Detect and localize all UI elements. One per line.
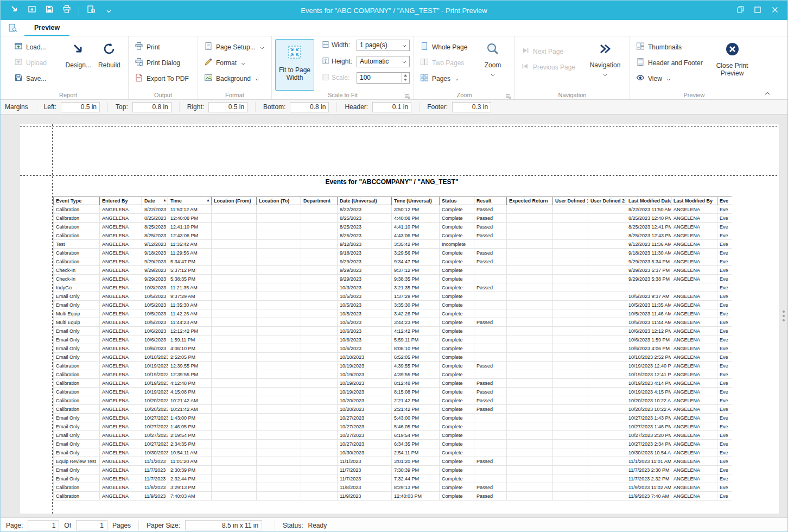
preview-file-icon[interactable] [1,20,24,36]
table-cell: Email Only [54,448,100,457]
table-cell: 10/5/2023 [338,301,392,309]
table-cell [474,344,507,353]
background-button[interactable]: Background [201,71,267,86]
qat-print-button[interactable] [61,5,72,16]
header-and-footer-button[interactable]: Header and Footer [633,55,709,71]
two-pages-button[interactable]: Two Pages [417,55,477,71]
chevron-down-icon [491,71,495,78]
restore-button[interactable] [733,4,747,17]
pages-button[interactable]: Pages [417,71,477,86]
table-cell: 2:21:42 PM [392,405,440,414]
column-header[interactable]: Last Modified By [671,197,717,205]
close-print-preview-button[interactable]: Close Print Preview [709,39,755,77]
table-cell [507,379,553,388]
table-cell [212,223,257,231]
scale-dialog-launcher-icon[interactable] [404,92,411,98]
height-value: Automatic [360,58,389,65]
column-header[interactable]: Status [440,197,474,205]
print-button[interactable]: Print [132,39,192,55]
column-header[interactable]: Last Modified Date/T [626,197,671,205]
qat-design-button[interactable] [9,5,20,16]
table-cell [212,466,257,474]
qat-customize-button[interactable] [103,5,114,16]
document-preview-area[interactable]: Events for "ABCCOMPANY" / "ANG_TEST" Eve… [1,115,787,517]
maximize-button[interactable] [751,4,765,17]
column-header[interactable]: Eve [717,197,732,205]
column-header[interactable]: Department [301,197,338,205]
qat-load-button[interactable] [27,5,37,16]
table-cell [507,257,553,266]
table-cell: Incomplete [440,240,474,249]
table-cell: ANGELENA [100,301,142,309]
zoom-dialog-launcher-icon[interactable] [505,92,512,98]
table-cell [507,327,553,335]
table-cell: Complete [440,353,474,362]
save-button[interactable]: Save... [11,71,63,86]
table-cell [588,214,626,223]
column-header[interactable]: Date (Universal) [338,197,392,205]
rebuild-button[interactable]: Rebuild [94,39,125,69]
design-button[interactable]: Design... [63,39,94,69]
qat-save-button[interactable] [44,5,55,16]
tab-preview[interactable]: Preview [24,20,69,36]
spin-arrows[interactable] [401,73,409,83]
close-button[interactable] [768,4,782,17]
table-cell [301,205,338,214]
chevron-down-icon [260,43,264,51]
column-header[interactable]: Date▲ [142,197,168,205]
column-header[interactable]: Expected Return [507,197,553,205]
column-header[interactable]: User Defined 1 [553,197,588,205]
chevron-down-icon [255,75,259,83]
table-cell [257,344,301,353]
column-header[interactable]: Time▲ [168,197,212,205]
table-cell [474,353,507,362]
table-cell: 10/30/2023 10:54 AM [626,448,671,457]
scale-spin-edit[interactable]: 100 [357,72,410,84]
height-combobox[interactable]: Automatic [357,56,410,67]
load-button[interactable]: Load... [11,39,63,55]
column-header[interactable]: User Defined 2 [588,197,626,205]
export-pdf-button[interactable]: Export To PDF [132,71,192,86]
upload-button[interactable]: Upload [11,55,63,71]
column-header[interactable]: Result [474,197,507,205]
table-cell [507,249,553,257]
table-cell [474,275,507,283]
table-cell: 10/5/2023 [338,292,392,301]
table-row: Email OnlyANGELENA10/27/20232:19:54 PM10… [54,431,732,440]
table-cell: ANGELENA [671,362,717,370]
width-combobox[interactable]: 1 page(s) [357,40,410,51]
page-setup-button[interactable]: Page Setup... [201,39,267,55]
table-cell: 10/19/2023 [338,379,392,388]
view-button[interactable]: View [633,71,709,86]
table-cell [301,405,338,414]
table-row: CalibrationANGELENA11/8/20233:29:13 PM11… [54,483,732,492]
print-dialog-button[interactable]: Print Dialog [132,55,192,71]
qat-print-preview-button[interactable] [86,5,97,16]
table-cell [553,231,588,240]
column-header[interactable]: Location (From) [212,197,257,205]
ribbon-group-output: Print Print Dialog Export To PDF Output [129,36,198,99]
column-header[interactable]: Event Type [54,197,100,205]
table-cell: Email Only [54,335,100,344]
table-cell [588,283,626,292]
format-button[interactable]: Format [201,55,267,71]
whole-page-button[interactable]: Whole Page [417,39,477,55]
table-cell: 5:37:12 PM [168,266,212,275]
column-header[interactable]: Entered By [100,197,142,205]
fit-to-page-width-button[interactable]: Fit to Page Width [275,39,314,91]
previous-page-button[interactable]: Previous Page [518,59,584,75]
thumbnails-button[interactable]: Thumbnails [633,39,709,55]
collapse-ribbon-button[interactable] [762,90,772,97]
table-cell [301,214,338,223]
table-cell: 10/3/2023 [142,283,168,292]
column-header[interactable]: Time (Universal) [392,197,440,205]
zoom-button[interactable]: Zoom [477,39,509,78]
table-cell [212,379,257,388]
table-cell [301,292,338,301]
panel-splitter-handle[interactable] [783,311,785,321]
table-row: CalibrationANGELENA10/20/202310:21:42 AM… [54,396,732,405]
table-cell: 1:37:29 PM [392,292,440,301]
column-header[interactable]: Location (To) [257,197,301,205]
next-page-button[interactable]: Next Page [518,43,584,59]
navigation-button[interactable]: Navigation [584,39,626,78]
